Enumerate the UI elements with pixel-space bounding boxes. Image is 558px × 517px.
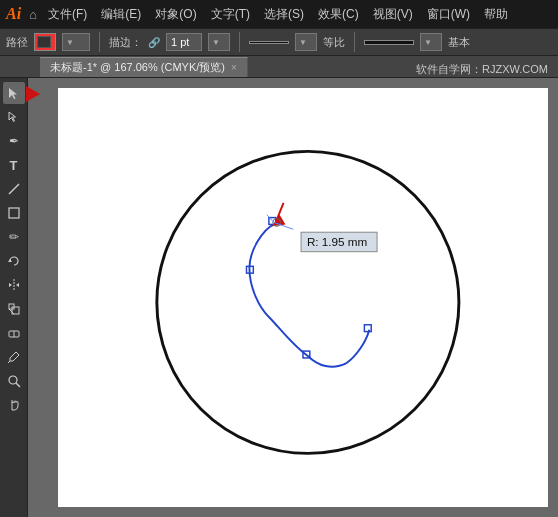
home-icon[interactable]: ⌂: [29, 7, 37, 22]
svg-marker-6: [9, 283, 12, 287]
paintbrush-icon: ✏: [9, 230, 19, 244]
direct-selection-tool-btn[interactable]: [3, 106, 25, 128]
ai-logo: Ai: [6, 5, 21, 23]
ratio-label: 等比: [323, 35, 345, 50]
rotate-tool-btn[interactable]: [3, 250, 25, 272]
svg-rect-19: [364, 325, 371, 332]
separator-1: [99, 32, 100, 52]
svg-marker-7: [16, 283, 19, 287]
hand-tool-btn[interactable]: [3, 394, 25, 416]
eyedropper-icon: [7, 350, 21, 364]
paintbrush-tool-btn[interactable]: ✏: [3, 226, 25, 248]
svg-point-14: [9, 376, 17, 384]
hand-icon: [7, 398, 21, 412]
pen-icon: ✒: [9, 134, 19, 148]
type-icon: T: [10, 158, 18, 173]
zoom-icon: [7, 374, 21, 388]
active-tool-indicator: [26, 86, 40, 102]
stroke-line-preview: [249, 41, 289, 44]
selection-icon: [7, 86, 21, 100]
eraser-tool-btn[interactable]: [3, 322, 25, 344]
scale-icon: [7, 302, 21, 316]
svg-marker-1: [9, 112, 16, 122]
menu-file[interactable]: 文件(F): [41, 4, 94, 25]
svg-rect-3: [9, 208, 19, 218]
canvas-document: R: 1.95 mm: [58, 88, 548, 507]
stroke-chain-icon: 🔗: [148, 37, 160, 48]
zoom-tool-btn[interactable]: [3, 370, 25, 392]
reflect-tool-btn[interactable]: [3, 274, 25, 296]
right-info: 软件自学网：RJZXW.COM: [416, 58, 558, 77]
separator-2: [239, 32, 240, 52]
reflect-icon: [7, 278, 21, 292]
artwork: R: 1.95 mm: [58, 88, 548, 507]
menu-bar: 文件(F) 编辑(E) 对象(O) 文字(T) 选择(S) 效果(C) 视图(V…: [41, 4, 515, 25]
line-tool-btn[interactable]: [3, 178, 25, 200]
shape-icon: [7, 206, 21, 220]
shape-tool-btn[interactable]: [3, 202, 25, 224]
svg-marker-4: [8, 259, 12, 262]
svg-line-28: [267, 215, 274, 223]
menu-help[interactable]: 帮助: [477, 4, 515, 25]
stroke-dropdown[interactable]: [62, 33, 90, 51]
menu-object[interactable]: 对象(O): [148, 4, 203, 25]
eraser-icon: [7, 326, 21, 340]
title-bar: Ai ⌂ 文件(F) 编辑(E) 对象(O) 文字(T) 选择(S) 效果(C)…: [0, 0, 558, 28]
menu-edit[interactable]: 编辑(E): [94, 4, 148, 25]
main-area: ✒ T ✏: [0, 78, 558, 517]
fill-swatch[interactable]: [34, 33, 56, 51]
stroke-value[interactable]: 1 pt: [166, 33, 202, 51]
direct-selection-icon: [7, 110, 21, 124]
svg-text:R: 1.95 mm: R: 1.95 mm: [307, 235, 367, 248]
menu-type[interactable]: 文字(T): [204, 4, 257, 25]
fill-swatch-inner: [37, 36, 51, 48]
scale-tool-btn[interactable]: [3, 298, 25, 320]
rotate-icon: [7, 254, 21, 268]
stroke-label: 描边：: [109, 35, 142, 50]
selection-tool-btn[interactable]: [3, 82, 25, 104]
svg-line-13: [8, 361, 10, 363]
canvas-area[interactable]: R: 1.95 mm: [28, 78, 558, 517]
base-dropdown[interactable]: [420, 33, 442, 51]
menu-select[interactable]: 选择(S): [257, 4, 311, 25]
document-tab[interactable]: 未标题-1* @ 167.06% (CMYK/预览) ×: [40, 57, 248, 77]
type-tool-btn[interactable]: T: [3, 154, 25, 176]
svg-line-2: [9, 184, 19, 194]
pen-tool-btn[interactable]: ✒: [3, 130, 25, 152]
stroke-thick-preview: [364, 40, 414, 45]
doc-tab-close[interactable]: ×: [231, 62, 237, 73]
base-label: 基本: [448, 35, 470, 50]
doc-tab-title: 未标题-1* @ 167.06% (CMYK/预览): [50, 60, 225, 75]
eyedropper-tool-btn[interactable]: [3, 346, 25, 368]
menu-effect[interactable]: 效果(C): [311, 4, 366, 25]
tab-bar: 未标题-1* @ 167.06% (CMYK/预览) × 软件自学网：RJZXW…: [0, 56, 558, 78]
menu-window[interactable]: 窗口(W): [420, 4, 477, 25]
options-bar: 路径 描边： 🔗 1 pt 等比 基本: [0, 28, 558, 56]
stroke-style-dropdown[interactable]: [295, 33, 317, 51]
line-icon: [7, 182, 21, 196]
toolbar: ✒ T ✏: [0, 78, 28, 517]
svg-line-15: [16, 383, 20, 387]
menu-view[interactable]: 视图(V): [366, 4, 420, 25]
svg-marker-0: [9, 88, 17, 99]
separator-3: [354, 32, 355, 52]
svg-point-17: [157, 151, 459, 453]
stroke-unit-dropdown[interactable]: [208, 33, 230, 51]
path-label: 路径: [6, 35, 28, 50]
